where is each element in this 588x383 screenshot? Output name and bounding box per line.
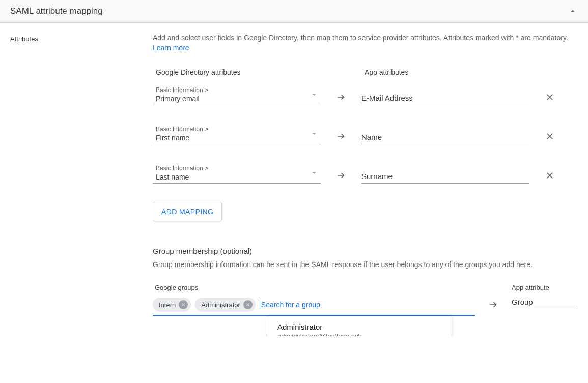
google-groups-header: Google groups xyxy=(153,284,512,291)
gd-category-label: Basic Information > xyxy=(156,126,318,133)
group-app-attribute-input[interactable] xyxy=(512,298,578,306)
column-headers: Google Directory attributes App attribut… xyxy=(153,68,578,76)
group-search-dropdown: Administrator administrators@testfede.ov… xyxy=(267,316,452,336)
gd-attribute-value: Primary email xyxy=(156,95,318,103)
content-area: Attributes Add and select user fields in… xyxy=(0,23,588,336)
group-chip: Intern xyxy=(153,298,191,312)
chip-remove-icon[interactable] xyxy=(179,300,188,309)
group-section-title: Group membership (optional) xyxy=(153,247,578,255)
gd-category-label: Basic Information > xyxy=(156,86,318,94)
main-panel: Add and select user fields in Google Dir… xyxy=(153,33,578,316)
app-attribute-input[interactable] xyxy=(361,94,529,102)
group-search-placeholder[interactable]: Search for a group xyxy=(260,301,320,309)
chevron-up-icon[interactable] xyxy=(568,6,578,16)
sidebar: Attributes xyxy=(10,33,153,316)
group-chip: Administrator xyxy=(195,298,256,312)
group-app-attribute-header: App attribute xyxy=(512,284,578,291)
gd-attribute-value: First name xyxy=(156,134,318,142)
group-app-attribute-input-wrap xyxy=(512,298,578,309)
group-section-description: Group membership information can be sent… xyxy=(153,260,578,269)
app-attribute-input-wrap xyxy=(361,172,529,184)
group-membership-section: Group membership (optional) Group member… xyxy=(153,247,578,316)
gd-attribute-select[interactable]: Basic Information > First name xyxy=(153,124,321,144)
section-title: SAML attribute mapping xyxy=(10,6,103,16)
arrow-right-icon xyxy=(488,298,498,310)
learn-more-link[interactable]: Learn more xyxy=(153,44,189,52)
description-text: Add and select user fields in Google Dir… xyxy=(153,33,578,53)
dropdown-item-email: administrators@testfede.ovh xyxy=(277,332,362,336)
dropdown-arrow-icon xyxy=(310,129,319,138)
mapping-row: Basic Information > Primary email xyxy=(153,84,578,105)
remove-mapping-icon[interactable] xyxy=(545,131,555,144)
gd-attribute-select[interactable]: Basic Information > Last name xyxy=(153,163,321,184)
mapping-row: Basic Information > First name xyxy=(153,124,578,144)
app-attribute-input-wrap xyxy=(361,133,529,144)
gd-attribute-select[interactable]: Basic Information > Primary email xyxy=(153,84,321,105)
chip-remove-icon[interactable] xyxy=(243,300,253,309)
app-attribute-input[interactable] xyxy=(361,133,529,141)
app-attribute-input[interactable] xyxy=(361,172,529,181)
dropdown-arrow-icon xyxy=(310,168,319,178)
section-header[interactable]: SAML attribute mapping xyxy=(0,0,588,23)
group-chips-input[interactable]: Intern Administrator Search for a group xyxy=(153,298,475,316)
gd-attribute-value: Last name xyxy=(156,173,318,181)
gd-category-label: Basic Information > xyxy=(156,165,318,172)
chip-label: Intern xyxy=(159,301,176,309)
app-column-header: App attributes xyxy=(361,68,408,76)
gd-column-header: Google Directory attributes xyxy=(153,68,321,76)
dropdown-item-name: Administrator xyxy=(277,322,362,331)
mapping-row: Basic Information > Last name xyxy=(153,163,578,184)
group-headers: Google groups App attribute xyxy=(153,284,578,291)
remove-mapping-icon[interactable] xyxy=(545,92,555,105)
mapping-rows: Basic Information > Primary email xyxy=(153,84,578,184)
group-row: Intern Administrator Search for a group xyxy=(153,298,578,316)
arrow-right-icon xyxy=(336,131,346,144)
arrow-right-icon xyxy=(336,170,346,184)
chip-label: Administrator xyxy=(201,301,240,309)
add-mapping-button[interactable]: ADD MAPPING xyxy=(153,202,222,221)
remove-mapping-icon[interactable] xyxy=(545,170,555,184)
sidebar-label: Attributes xyxy=(10,33,153,43)
dropdown-arrow-icon xyxy=(310,90,319,99)
dropdown-item[interactable]: Administrator administrators@testfede.ov… xyxy=(267,316,452,336)
arrow-right-icon xyxy=(336,92,346,105)
app-attribute-input-wrap xyxy=(361,94,529,105)
